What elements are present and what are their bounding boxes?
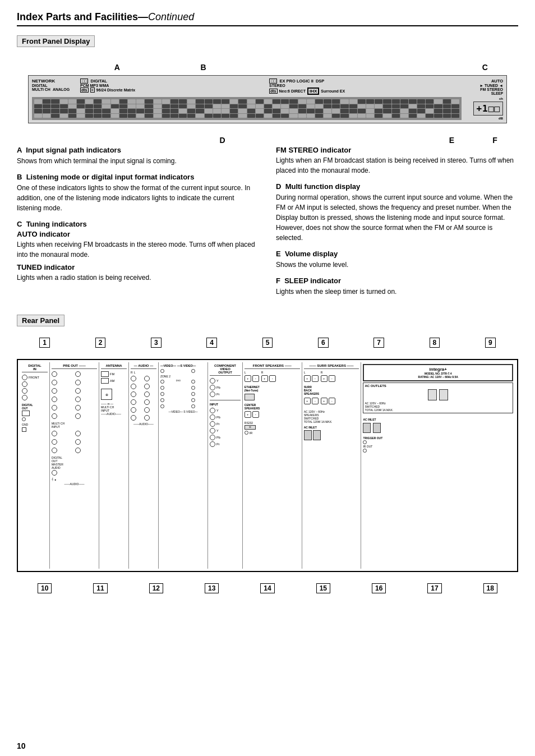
- rp-pre-10: [75, 405, 97, 411]
- rp-conn-1e: [22, 411, 48, 416]
- rp-col-2: PRE OUT —— MULTI CHINPUT: [50, 362, 99, 569]
- rp-conn-1b: [22, 381, 48, 387]
- rp-audio-7: [131, 399, 143, 405]
- label-B: B: [200, 63, 206, 72]
- rp-audio-1: [131, 376, 143, 381]
- rp-comp-in-Y: Y: [210, 408, 241, 413]
- rp-pre-9: [52, 405, 73, 411]
- input-path-indicators: NETWORK DIGITAL MULTI CH ANALOG: [32, 79, 77, 91]
- desc-B: B Listening mode or digital input format…: [17, 173, 259, 213]
- rp-audio-3: [131, 384, 143, 389]
- rp-pre-2: [75, 371, 97, 377]
- rp-col-3: ANTENNA FM AM ⊕ —— m — MULTI CHINPUT——AU…: [99, 362, 129, 569]
- rp-col6-label: COMPONENTVIDEOOUTPUT: [210, 364, 241, 376]
- rp-pre-1: [52, 371, 73, 377]
- rp-pre-11: [52, 413, 73, 419]
- rp-vid-1: [160, 369, 175, 373]
- label-E: E: [449, 136, 454, 145]
- rp-comp-Y: Y: [210, 378, 241, 384]
- rp-mch-5: [52, 448, 73, 453]
- rp-col-5: —VIDEO——S VIDEO— ZONE 2 DVD: [159, 362, 208, 569]
- desc-F-label: F SLEEP indicator: [276, 276, 518, 285]
- rear-panel-diagram: DIGITALIN FRONT DIGITALOUT GND PRE OUT —…: [17, 359, 518, 572]
- label-C: C: [482, 63, 488, 72]
- num-2: 2: [95, 338, 106, 348]
- rp-mch-2: [75, 431, 97, 436]
- rp-audio-11: [131, 415, 143, 421]
- rp-col-9: integra+ MODEL NO. DTR-7.4 RATING: AC 12…: [361, 362, 515, 569]
- rp-comp-in-Pr2: Pr: [210, 441, 241, 447]
- rp-svid-2: [191, 380, 206, 384]
- rear-top-numbers: 1 2 3 4 5 6 7 8 9: [17, 338, 518, 348]
- integra-logo: integra+ MODEL NO. DTR-7.4 RATING: AC 12…: [363, 364, 513, 381]
- desc-C-tuned-label: TUNED indicator: [17, 263, 259, 271]
- page-number: 10: [17, 741, 26, 750]
- rp-comp-in-Pb2: Pb: [210, 435, 241, 440]
- rp-col-4: — AUDIO — RL —: [129, 362, 159, 569]
- rp-dig-out: [52, 470, 97, 476]
- listening-mode-indicators: □□ DIGITAL PCM MP3 WMA dts ≡ 96/24 Discr…: [80, 79, 266, 93]
- rp-comp-in-Pr: Pr: [210, 421, 241, 427]
- tuning-indicators: AUTO ► TUNED ◄ FM STEREO SLEEP: [458, 79, 503, 95]
- num-16: 16: [372, 583, 386, 593]
- desc-C-tuned-text: Lights when a radio station is being rec…: [17, 273, 259, 283]
- desc-F-text: Lights when the sleep timer is turned on…: [276, 287, 518, 297]
- desc-F: F SLEEP indicator Lights when the sleep …: [276, 276, 518, 297]
- num-15: 15: [316, 583, 330, 593]
- rp-rs232: 串: [245, 425, 300, 430]
- num-8: 8: [430, 338, 440, 348]
- rp-pre-4: [75, 380, 97, 385]
- rear-panel-section: Rear Panel 1 2 3 4 5 6 7 8 9 DIGITALIN F…: [17, 315, 518, 593]
- num-9: 9: [485, 338, 496, 348]
- rp-audio-9: [131, 407, 143, 413]
- rp-conn-1d: [22, 395, 48, 400]
- desc-C-auto-label: AUTO indicator: [17, 230, 259, 238]
- multi-function-display: [32, 97, 462, 120]
- rp-pre-6: [75, 388, 97, 394]
- rp-audio-6: [144, 391, 156, 397]
- num-18: 18: [483, 583, 497, 593]
- rp-vid-5: [160, 398, 175, 402]
- rp-vid-6: [160, 404, 175, 408]
- front-panel-section: Front Panel Display A B C NETWORK DIGITA…: [17, 35, 518, 303]
- volume-number: +1□□: [473, 102, 503, 116]
- rp-svid-3: [191, 386, 206, 390]
- rp-pre-8: [75, 397, 97, 402]
- num-1: 1: [39, 338, 50, 348]
- num-5: 5: [262, 338, 273, 348]
- panel-bottom-row: ch +1□□ dB: [32, 97, 503, 120]
- num-7: 7: [373, 338, 384, 348]
- desc-right-col: FM STEREO indicator Lights when an FM br…: [276, 146, 518, 303]
- desc-C-auto-text: Lights when receiving FM broadcasts in t…: [17, 239, 259, 260]
- surround-indicators: □□ EX PRO LOGIC II DSP STEREO dts Neo:6 …: [269, 79, 455, 95]
- ac-outlets: AC OUTLETS AC 120V ~ 60HzSWITCHEDTOTAL 1…: [363, 382, 513, 413]
- rp-svid-4: [191, 392, 206, 396]
- page-header: Index Parts and Facilities—Continued: [17, 11, 518, 26]
- rp-ir-in: IR: [245, 431, 300, 435]
- rp-conn-1f: [22, 417, 48, 421]
- rp-mch-1: [52, 431, 73, 436]
- panel-top-indicators: NETWORK DIGITAL MULTI CH ANALOG □□ DIGIT…: [32, 79, 503, 95]
- desc-E-text: Shows the volume level.: [276, 260, 518, 270]
- front-panel-label: Front Panel Display: [17, 35, 95, 47]
- desc-D: D Multi function display During normal o…: [276, 182, 518, 243]
- desc-C-label: C Tuning indicators: [17, 220, 259, 228]
- desc-FM: FM STEREO indicator Lights when an FM br…: [276, 146, 518, 176]
- rp-pre-12: [75, 413, 97, 419]
- desc-B-label: B Listening mode or digital input format…: [17, 173, 259, 181]
- rp-trigger: [363, 440, 513, 444]
- num-17: 17: [427, 583, 441, 593]
- rp-vid-3: [160, 386, 175, 390]
- num-3: 3: [151, 338, 162, 348]
- rp-col-1: DIGITALIN FRONT DIGITALOUT GND: [20, 362, 50, 569]
- rp-col-7: FRONT SPEAKERS —— L + - R + -: [243, 362, 302, 569]
- front-panel-diagram: A B C NETWORK DIGITAL MULTI CH ANALOG: [28, 75, 507, 123]
- rear-bottom-numbers: 10 11 12 13 14 15 16 17 18: [17, 583, 518, 593]
- desc-D-text: During normal operation, shows the curre…: [276, 192, 518, 243]
- rp-conn-1c: [22, 388, 48, 394]
- rp-col7-label: FRONT SPEAKERS ——: [245, 364, 300, 369]
- rp-col-8: —— SURR SPEAKERS —— L + - R + -: [302, 362, 362, 569]
- desc-B-text: One of these indicators lights to show t…: [17, 183, 259, 213]
- panel-display: NETWORK DIGITAL MULTI CH ANALOG □□ DIGIT…: [28, 75, 507, 123]
- rear-panel-label: Rear Panel: [17, 315, 64, 326]
